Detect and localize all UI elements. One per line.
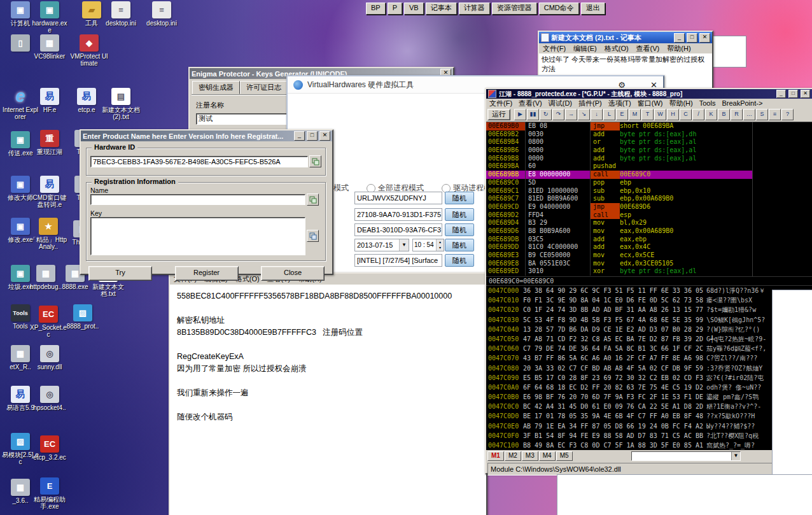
debugger-menu-item[interactable]: 窗口(W) <box>634 99 666 108</box>
register-name-input[interactable] <box>196 113 295 125</box>
try-button[interactable]: Try <box>88 266 152 281</box>
hex-dump-pane[interactable]: 0047C00036 38 64 90 29 6C 9C F3 51 F5 11… <box>486 285 812 450</box>
dropdown-arrow-icon[interactable]: ▾ <box>399 239 409 251</box>
name-input[interactable] <box>90 194 305 205</box>
close-icon[interactable]: ✕ <box>319 131 330 141</box>
desktop-icon[interactable]: ≡desktop.ini <box>143 1 181 27</box>
notepad-menu-item[interactable]: 格式(O) <box>601 43 633 54</box>
dump-row[interactable]: 0047C020C0 1F 24 74 3D 8B AD AD BF 31 AA… <box>486 305 812 314</box>
dump-row[interactable]: 0047C07043 B7 FF 86 5A 6C A6 A0 16 2F CF… <box>486 353 812 363</box>
debugger-menu-item[interactable]: 选项(T) <box>605 99 634 108</box>
dump-row[interactable]: 0047C04013 28 57 7D B6 DA D9 CE 1E E2 AD… <box>486 325 812 334</box>
dump-row[interactable]: 0047C05047 A8 71 CD F2 32 C8 A5 EC BA 7E… <box>486 334 812 344</box>
dump-row[interactable]: 0047C0B0E6 98 BF 76 20 70 6D 7F 9A F3 FC… <box>486 392 812 402</box>
hardware-value-field[interactable]: URLJWVX5ZUDFNYJ <box>354 192 442 204</box>
random-button[interactable]: 随机 <box>445 192 474 204</box>
desktop-icon[interactable]: 重重现江湖 <box>31 130 69 155</box>
debugger-menu-item[interactable]: 调试(D) <box>545 99 575 108</box>
debugger-toolbar-button[interactable]: → <box>565 109 577 120</box>
random-button[interactable]: 随机 <box>445 239 474 251</box>
key-input[interactable] <box>90 217 305 255</box>
command-combobox[interactable]: ▼ <box>631 451 741 461</box>
paste-icon[interactable] <box>307 230 319 242</box>
debugger-toolbar-button[interactable]: ≡ <box>769 109 781 120</box>
tab-key-generator[interactable]: 密钥生成器 <box>192 81 240 94</box>
time-spinner[interactable]: ▴▾ <box>436 239 444 251</box>
minimize-icon[interactable]: _ <box>674 33 685 43</box>
taskbar-button[interactable]: 记事本 <box>426 3 457 15</box>
debugger-menu-item[interactable]: 插件(P) <box>575 99 605 108</box>
dump-row[interactable]: 0047C08020 3A 33 02 C7 CF BD AB A8 4F 5A… <box>486 363 812 373</box>
debugger-toolbar-button[interactable]: / <box>692 109 704 120</box>
desktop-icon[interactable]: 易HF.e <box>31 88 69 113</box>
notes-text-area[interactable]: 558BEC81C400FFFFFF5356578BF18BDA8BF88D85… <box>170 285 486 515</box>
register-button[interactable]: Register <box>175 266 239 281</box>
notepad-titlebar[interactable]: 新建文本文档 (2).txt - 记事本 _ □ ✕ <box>539 32 712 43</box>
desktop-icon[interactable]: ▣hardware.exe <box>31 1 69 34</box>
dump-row[interactable]: 0047C0A06F 64 68 18 EC D2 FF 20 82 63 7E… <box>486 383 812 392</box>
debugger-toolbar-button[interactable]: C <box>680 109 692 120</box>
run-button[interactable]: 运行 <box>487 109 510 120</box>
debugger-menu-item[interactable]: 帮助(H) <box>666 99 696 108</box>
debugger-toolbar-button[interactable]: M <box>629 109 641 120</box>
debugger-toolbar-button[interactable]: H <box>667 109 679 120</box>
dump-row[interactable]: 0047C060C7 79 DE 74 DE 36 64 FA 5A 8C B1… <box>486 344 812 353</box>
close-icon[interactable]: ✕ <box>801 90 810 98</box>
notepad-menu-item[interactable]: 查看(V) <box>633 43 664 54</box>
desktop-icon[interactable]: ▤新建文本文档 (2).txt <box>102 88 140 120</box>
debugger-toolbar-button[interactable]: R <box>731 109 743 120</box>
dump-tab-m4[interactable]: M4 <box>539 451 556 461</box>
debugger-menu-item[interactable]: Tools <box>696 99 719 107</box>
debugger-menu-item[interactable]: 查看(V) <box>515 99 545 108</box>
debugger-toolbar-button[interactable]: … <box>743 109 755 120</box>
dump-row[interactable]: 0047C100B8 49 8A EC F3 C8 0D C7 5F 1A 88… <box>486 441 812 450</box>
copy-icon[interactable] <box>309 155 321 167</box>
debugger-toolbar-button[interactable]: ▮▮ <box>527 109 539 120</box>
dump-row[interactable]: 0047C0C0BC 42 A4 31 45 D0 61 E0 09 76 CA… <box>486 402 812 411</box>
desktop-icon[interactable]: 易etcp.e <box>67 88 106 113</box>
notepad-menu-item[interactable]: 文件(F) <box>539 43 570 54</box>
debugger-menu-item[interactable]: BreakPoint-> <box>718 99 766 107</box>
spin-down-icon[interactable]: ▾ <box>437 245 444 251</box>
random-button[interactable]: 随机 <box>445 254 474 267</box>
desktop-icon[interactable]: ▦VC98linker <box>31 34 69 60</box>
maximize-icon[interactable]: □ <box>687 33 697 43</box>
dump-tab-m2[interactable]: M2 <box>505 451 521 461</box>
desktop-icon[interactable]: ◎sunny.dll <box>31 345 69 370</box>
copy-icon[interactable] <box>307 194 319 206</box>
tab-license-log[interactable]: 许可证日志 <box>240 81 288 94</box>
close-button[interactable]: Close <box>261 266 325 281</box>
taskbar-button[interactable]: VB <box>404 3 424 15</box>
desktop-icon[interactable]: ◎hpsocket4.. <box>31 386 69 411</box>
notepad-menu-item[interactable]: 编辑(E) <box>570 43 601 54</box>
dump-row[interactable]: 0047C010F0 F1 3C 9E 9D 8A 04 1C E0 D6 FE… <box>486 295 812 305</box>
desktop-icon[interactable]: ≡desktop.ini <box>102 1 140 27</box>
maximize-icon[interactable]: □ <box>307 131 318 141</box>
desktop-icon[interactable]: ◆VMProtect Ultimate <box>70 34 108 67</box>
taskbar-button[interactable]: 资源管理器 <box>492 3 537 15</box>
debugger-toolbar-button[interactable]: L <box>603 109 615 120</box>
taskbar-button[interactable]: P <box>388 3 402 15</box>
desktop-icon[interactable]: 易CMD窗口键盘转词.e <box>31 176 69 208</box>
desktop-icon[interactable]: E精易编程助手.exe <box>31 477 69 510</box>
dialog-titlebar[interactable]: Enter Product Name here Enter Version In… <box>81 131 332 141</box>
hardware-value-field[interactable]: 27108-9AA70-913D1-F375 <box>354 208 442 221</box>
random-button[interactable]: 随机 <box>445 223 474 236</box>
debugger-toolbar-button[interactable]: ↷ <box>552 109 564 120</box>
desktop-icon[interactable]: ECXP_Socket.ec <box>29 306 67 338</box>
hardware-id-field[interactable] <box>90 156 308 167</box>
chevron-down-icon[interactable]: ▼ <box>731 452 740 460</box>
desktop-icon[interactable]: ECetcp_3.2.ec <box>31 435 69 461</box>
taskbar-button[interactable]: 退出 <box>581 3 605 15</box>
time-field[interactable]: 10 : 54▴▾ <box>412 239 444 251</box>
desktop-icon[interactable]: ▨8888_prot.. <box>64 304 102 330</box>
taskbar-button[interactable]: BP <box>366 3 386 15</box>
debugger-toolbar-button[interactable]: ↓ <box>591 109 603 120</box>
date-field[interactable]: 2013-07-15▾ <box>354 239 409 251</box>
debugger-toolbar-button[interactable]: ↻ <box>540 109 552 120</box>
debugger-toolbar-button[interactable]: ▶ <box>514 109 526 120</box>
close-icon[interactable]: ✕ <box>699 33 710 43</box>
minimize-icon[interactable]: _ <box>294 131 305 141</box>
debugger-toolbar-button[interactable]: ? <box>781 109 794 120</box>
dump-tab-m1[interactable]: M1 <box>487 451 504 461</box>
